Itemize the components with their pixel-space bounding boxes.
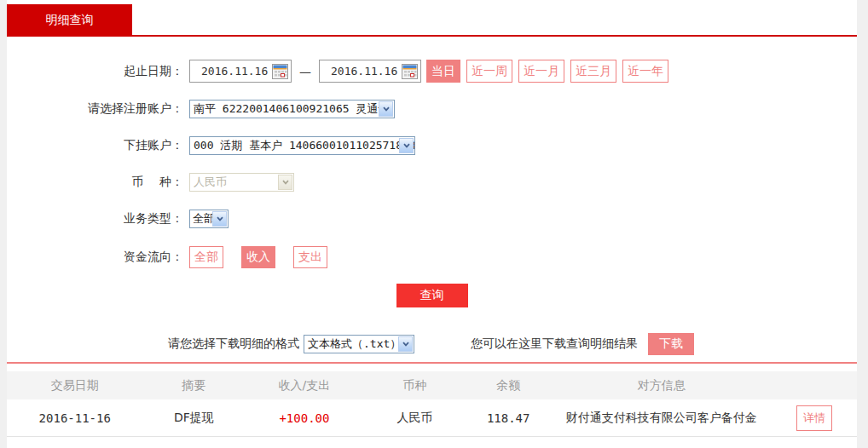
- end-date-input[interactable]: [320, 65, 398, 78]
- download-hint-text: 您可以在这里下载查询明细结果: [471, 336, 638, 352]
- cell-summary: DF提现: [143, 411, 246, 426]
- download-format-label: 请您选择下载明细的格式: [168, 336, 299, 352]
- download-format-value: 文本格式（.txt）: [308, 336, 401, 352]
- results-table: 交易日期 摘要 收入/支出 币种 余额 对方信息 2016-11-16 DF提现…: [7, 362, 857, 437]
- start-date-field[interactable]: [189, 60, 292, 83]
- detail-button[interactable]: 详情: [796, 405, 832, 431]
- fund-flow-label: 资金流向：: [7, 250, 189, 265]
- calendar-icon[interactable]: [272, 64, 288, 82]
- header-currency: 币种: [364, 378, 466, 393]
- start-date-input[interactable]: [190, 65, 269, 78]
- quick-range-today-button[interactable]: 当日: [426, 60, 460, 83]
- tab-bar: 明细查询: [7, 0, 857, 37]
- register-account-value: 南平 6222001406100921065 灵通卡: [194, 101, 389, 117]
- date-range-row: 起止日期：: [7, 60, 857, 83]
- dropdown-arrow-icon: [212, 211, 227, 227]
- content-card: 明细查询 起止日期：: [7, 0, 857, 448]
- fund-flow-row: 资金流向： 全部 收入 支出: [7, 246, 857, 268]
- header-summary: 摘要: [143, 378, 246, 393]
- download-format-select[interactable]: 文本格式（.txt）: [304, 335, 414, 353]
- dropdown-arrow-icon: [278, 175, 292, 190]
- cell-amount: +100.00: [245, 411, 364, 425]
- dropdown-arrow-icon: [398, 336, 413, 352]
- query-row: 查询: [7, 284, 857, 307]
- table-row: 2016-11-16 DF提现 +100.00 人民币 118.47 财付通支付…: [7, 399, 857, 437]
- date-range-label: 起止日期：: [7, 64, 189, 79]
- calendar-icon[interactable]: [402, 64, 418, 82]
- header-balance: 余额: [466, 378, 551, 393]
- header-income-expense: 收入/支出: [245, 378, 364, 393]
- register-account-row: 请选择注册账户： 南平 6222001406100921065 灵通卡: [7, 100, 857, 118]
- currency-label: 币 种：: [7, 175, 189, 190]
- sub-account-select[interactable]: 000 活期 基本户 1406600101102571848: [189, 136, 415, 155]
- cell-counterparty: 财付通支付科技有限公司客户备付金: [551, 411, 772, 426]
- sub-account-label: 下挂账户：: [7, 138, 189, 153]
- table-header-row: 交易日期 摘要 收入/支出 币种 余额 对方信息: [7, 371, 857, 399]
- register-account-select[interactable]: 南平 6222001406100921065 灵通卡: [189, 100, 395, 118]
- header-counterparty: 对方信息: [551, 378, 772, 393]
- date-range-separator: —: [299, 65, 311, 78]
- end-date-field[interactable]: [319, 60, 421, 83]
- fund-flow-income-button[interactable]: 收入: [241, 246, 275, 268]
- query-button[interactable]: 查询: [396, 284, 468, 307]
- quick-range-year-button[interactable]: 近一年: [622, 60, 668, 83]
- fund-flow-expense-button[interactable]: 支出: [293, 246, 327, 268]
- business-type-select[interactable]: 全部: [189, 210, 229, 228]
- business-type-row: 业务类型： 全部: [7, 210, 857, 228]
- cell-balance: 118.47: [466, 411, 551, 425]
- download-row: 请您选择下载明细的格式 文本格式（.txt） 您可以在这里下载查询明细结果 下载: [168, 332, 857, 355]
- register-account-label: 请选择注册账户：: [7, 101, 189, 117]
- currency-select: 人民币: [189, 173, 294, 192]
- quick-range-month-button[interactable]: 近一月: [518, 60, 564, 83]
- sub-account-row: 下挂账户： 000 活期 基本户 1406600101102571848: [7, 136, 857, 155]
- business-type-label: 业务类型：: [7, 211, 189, 227]
- dropdown-arrow-icon: [399, 138, 414, 153]
- cell-currency: 人民币: [364, 411, 466, 426]
- download-button[interactable]: 下载: [648, 333, 694, 355]
- dropdown-arrow-icon: [379, 101, 393, 117]
- cell-trade-date: 2016-11-16: [7, 411, 143, 425]
- tab-detail-query[interactable]: 明细查询: [7, 4, 132, 37]
- query-form: 起止日期：: [7, 37, 857, 355]
- fund-flow-all-button[interactable]: 全部: [189, 246, 223, 268]
- quick-range-quarter-button[interactable]: 近三月: [570, 60, 616, 83]
- currency-value: 人民币: [194, 175, 227, 190]
- header-trade-date: 交易日期: [7, 378, 143, 393]
- currency-row: 币 种： 人民币: [7, 173, 857, 192]
- sub-account-value: 000 活期 基本户 1406600101102571848: [194, 138, 415, 153]
- quick-range-week-button[interactable]: 近一周: [466, 60, 512, 83]
